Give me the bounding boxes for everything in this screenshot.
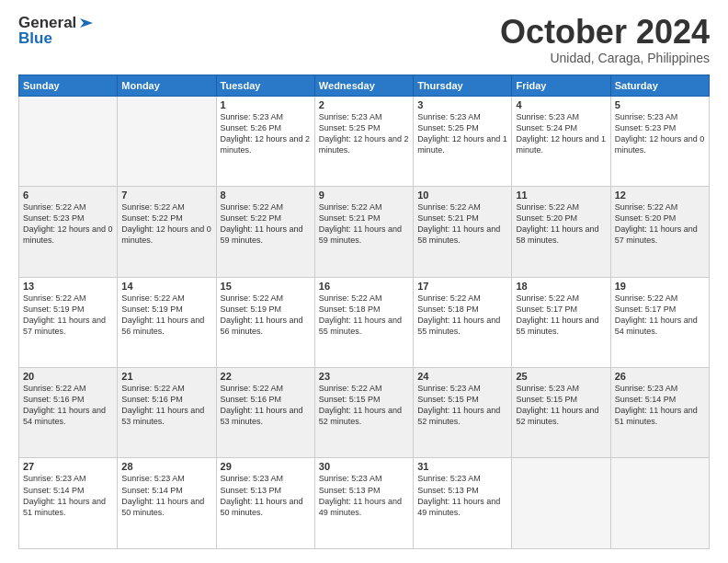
calendar-cell: 11Sunrise: 5:22 AM Sunset: 5:20 PM Dayli… [512,187,610,277]
page: General Blue October 2024 Unidad, Caraga… [0,0,728,563]
cell-details: Sunrise: 5:22 AM Sunset: 5:21 PM Dayligh… [417,201,507,247]
calendar-cell: 30Sunrise: 5:23 AM Sunset: 5:13 PM Dayli… [314,458,413,549]
day-number: 17 [417,281,507,292]
calendar-cell: 10Sunrise: 5:22 AM Sunset: 5:21 PM Dayli… [414,187,512,277]
day-number: 2 [319,99,409,110]
calendar-cell: 8Sunrise: 5:22 AM Sunset: 5:22 PM Daylig… [216,187,314,277]
calendar-body: 1Sunrise: 5:23 AM Sunset: 5:26 PM Daylig… [19,96,710,548]
day-number: 11 [516,190,606,201]
day-number: 7 [121,190,211,201]
cell-details: Sunrise: 5:22 AM Sunset: 5:20 PM Dayligh… [516,201,606,247]
day-number: 21 [121,371,211,382]
calendar-cell: 24Sunrise: 5:23 AM Sunset: 5:15 PM Dayli… [414,368,512,458]
day-number: 19 [615,281,705,292]
day-number: 31 [417,461,507,472]
calendar-cell: 14Sunrise: 5:22 AM Sunset: 5:19 PM Dayli… [118,277,216,367]
cell-details: Sunrise: 5:22 AM Sunset: 5:19 PM Dayligh… [23,293,113,338]
day-number: 4 [516,99,606,110]
logo-arrow-icon [78,15,95,31]
day-number: 24 [417,371,507,382]
calendar-cell: 1Sunrise: 5:23 AM Sunset: 5:26 PM Daylig… [216,96,314,186]
calendar-cell: 23Sunrise: 5:22 AM Sunset: 5:15 PM Dayli… [314,368,413,458]
calendar-cell [512,458,610,549]
day-number: 1 [221,99,311,110]
calendar-cell: 17Sunrise: 5:22 AM Sunset: 5:18 PM Dayli… [414,277,512,367]
weekday-header-thursday: Thursday [414,75,512,96]
day-number: 5 [615,99,705,110]
cell-details: Sunrise: 5:22 AM Sunset: 5:16 PM Dayligh… [121,383,211,428]
cell-details: Sunrise: 5:23 AM Sunset: 5:26 PM Dayligh… [221,111,311,156]
calendar-cell: 3Sunrise: 5:23 AM Sunset: 5:25 PM Daylig… [414,96,512,186]
cell-details: Sunrise: 5:23 AM Sunset: 5:25 PM Dayligh… [417,111,507,156]
logo-blue: Blue [18,29,52,48]
cell-details: Sunrise: 5:23 AM Sunset: 5:13 PM Dayligh… [319,473,409,518]
cell-details: Sunrise: 5:22 AM Sunset: 5:17 PM Dayligh… [516,293,606,338]
cell-details: Sunrise: 5:22 AM Sunset: 5:19 PM Dayligh… [221,293,311,338]
calendar-cell: 31Sunrise: 5:23 AM Sunset: 5:13 PM Dayli… [414,458,512,549]
month-title: October 2024 [500,14,710,51]
day-number: 10 [417,190,507,201]
logo: General Blue [18,14,95,48]
calendar-cell: 16Sunrise: 5:22 AM Sunset: 5:18 PM Dayli… [314,277,413,367]
weekday-header-sunday: Sunday [19,75,118,96]
calendar-cell: 9Sunrise: 5:22 AM Sunset: 5:21 PM Daylig… [314,187,413,277]
cell-details: Sunrise: 5:22 AM Sunset: 5:17 PM Dayligh… [615,293,705,338]
calendar-week-row: 1Sunrise: 5:23 AM Sunset: 5:26 PM Daylig… [19,96,710,186]
day-number: 18 [516,281,606,292]
cell-details: Sunrise: 5:22 AM Sunset: 5:20 PM Dayligh… [615,201,705,247]
cell-details: Sunrise: 5:23 AM Sunset: 5:25 PM Dayligh… [319,111,409,156]
calendar-table: SundayMondayTuesdayWednesdayThursdayFrid… [18,75,710,549]
cell-details: Sunrise: 5:22 AM Sunset: 5:21 PM Dayligh… [319,201,409,247]
calendar-week-row: 20Sunrise: 5:22 AM Sunset: 5:16 PM Dayli… [19,368,710,458]
cell-details: Sunrise: 5:23 AM Sunset: 5:15 PM Dayligh… [417,383,507,428]
calendar-cell: 13Sunrise: 5:22 AM Sunset: 5:19 PM Dayli… [19,277,118,367]
day-number: 6 [23,190,113,201]
day-number: 26 [615,371,705,382]
day-number: 13 [23,281,113,292]
cell-details: Sunrise: 5:23 AM Sunset: 5:23 PM Dayligh… [615,111,705,156]
calendar-week-row: 13Sunrise: 5:22 AM Sunset: 5:19 PM Dayli… [19,277,710,367]
weekday-header-tuesday: Tuesday [216,75,314,96]
calendar-week-row: 27Sunrise: 5:23 AM Sunset: 5:14 PM Dayli… [19,458,710,549]
weekday-header-saturday: Saturday [610,75,709,96]
calendar-cell: 2Sunrise: 5:23 AM Sunset: 5:25 PM Daylig… [314,96,413,186]
calendar-cell: 12Sunrise: 5:22 AM Sunset: 5:20 PM Dayli… [610,187,709,277]
cell-details: Sunrise: 5:23 AM Sunset: 5:14 PM Dayligh… [615,383,705,428]
cell-details: Sunrise: 5:22 AM Sunset: 5:23 PM Dayligh… [23,201,113,247]
day-number: 28 [121,461,211,472]
calendar-cell [19,96,118,186]
day-number: 3 [417,99,507,110]
header: General Blue October 2024 Unidad, Caraga… [18,14,710,65]
cell-details: Sunrise: 5:22 AM Sunset: 5:18 PM Dayligh… [417,293,507,338]
cell-details: Sunrise: 5:23 AM Sunset: 5:14 PM Dayligh… [121,473,211,518]
calendar-cell: 25Sunrise: 5:23 AM Sunset: 5:15 PM Dayli… [512,368,610,458]
cell-details: Sunrise: 5:23 AM Sunset: 5:13 PM Dayligh… [417,473,507,518]
calendar-cell [118,96,216,186]
calendar-cell [610,458,709,549]
cell-details: Sunrise: 5:23 AM Sunset: 5:14 PM Dayligh… [23,473,113,518]
calendar-cell: 6Sunrise: 5:22 AM Sunset: 5:23 PM Daylig… [19,187,118,277]
cell-details: Sunrise: 5:22 AM Sunset: 5:22 PM Dayligh… [221,201,311,247]
day-number: 20 [23,371,113,382]
cell-details: Sunrise: 5:23 AM Sunset: 5:24 PM Dayligh… [516,111,606,156]
svg-marker-0 [80,18,93,28]
calendar-cell: 28Sunrise: 5:23 AM Sunset: 5:14 PM Dayli… [118,458,216,549]
calendar-cell: 19Sunrise: 5:22 AM Sunset: 5:17 PM Dayli… [610,277,709,367]
day-number: 12 [615,190,705,201]
day-number: 15 [221,281,311,292]
day-number: 30 [319,461,409,472]
day-number: 22 [221,371,311,382]
calendar-cell: 21Sunrise: 5:22 AM Sunset: 5:16 PM Dayli… [118,368,216,458]
day-number: 27 [23,461,113,472]
day-number: 9 [319,190,409,201]
calendar-cell: 18Sunrise: 5:22 AM Sunset: 5:17 PM Dayli… [512,277,610,367]
location-subtitle: Unidad, Caraga, Philippines [500,51,710,65]
title-block: October 2024 Unidad, Caraga, Philippines [500,14,710,65]
cell-details: Sunrise: 5:23 AM Sunset: 5:13 PM Dayligh… [221,473,311,518]
cell-details: Sunrise: 5:22 AM Sunset: 5:22 PM Dayligh… [121,201,211,247]
calendar-cell: 22Sunrise: 5:22 AM Sunset: 5:16 PM Dayli… [216,368,314,458]
day-number: 23 [319,371,409,382]
day-number: 25 [516,371,606,382]
cell-details: Sunrise: 5:23 AM Sunset: 5:15 PM Dayligh… [516,383,606,428]
weekday-header-monday: Monday [118,75,216,96]
